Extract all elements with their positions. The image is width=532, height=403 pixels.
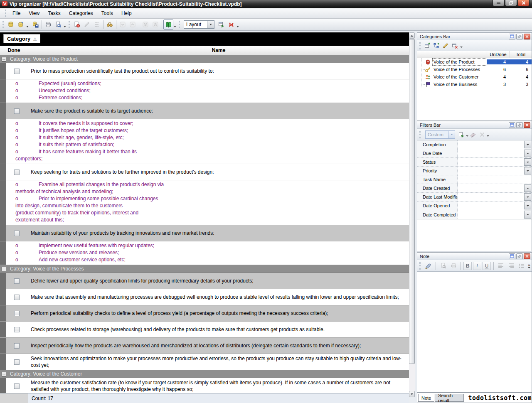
categories-close-button[interactable] — [524, 34, 530, 39]
filters-close-button[interactable] — [524, 122, 530, 128]
minimize-button[interactable] — [493, 0, 505, 6]
filters-toolbar-grip[interactable] — [419, 131, 421, 138]
apply-filter-button[interactable] — [457, 130, 466, 139]
category-group-row[interactable]: Category: Voice of the Customer — [0, 370, 409, 378]
filter-value[interactable] — [458, 149, 524, 157]
category-group-row[interactable]: Category: Voice of the Product — [0, 55, 409, 63]
filters-maximize-button[interactable] — [509, 122, 515, 128]
edit-category-button[interactable] — [441, 41, 450, 50]
toolbar-grip-1[interactable] — [2, 21, 4, 28]
toolbar-grip-2[interactable] — [69, 21, 70, 28]
bullet-list-button[interactable] — [517, 261, 526, 270]
task-row[interactable]: Seek innovations and optimization to mak… — [0, 354, 409, 370]
find-button[interactable] — [105, 20, 115, 29]
move-down-button[interactable] — [118, 20, 128, 29]
task-checkbox[interactable] — [14, 343, 20, 349]
add-subcategory-button[interactable] — [432, 41, 441, 50]
layout-combobox[interactable]: Layout — [184, 20, 214, 29]
task-row[interactable]: Make sure that assembly and manufacturin… — [0, 289, 409, 305]
note-toolbar-overflow[interactable]: » — [528, 263, 530, 268]
tab-note[interactable]: Note — [418, 394, 434, 402]
edit-task-button[interactable] — [82, 20, 92, 29]
filter-dropdown-button[interactable] — [524, 167, 531, 174]
filter-dropdown-button[interactable] — [524, 150, 531, 157]
column-header-done[interactable]: Done — [0, 46, 28, 55]
note-toolbar-grip[interactable] — [419, 262, 421, 270]
filter-preset-dropdown[interactable] — [448, 131, 455, 138]
menu-help[interactable]: Help — [117, 9, 136, 17]
filter-value[interactable] — [458, 210, 524, 219]
collapse-icon[interactable] — [2, 372, 6, 376]
new-database-button[interactable] — [6, 20, 16, 29]
task-checkbox[interactable] — [14, 231, 20, 236]
note-text-area[interactable] — [417, 272, 532, 392]
categories-toolbar-caret[interactable] — [460, 47, 463, 48]
task-row[interactable]: Maintain suitability of your products by… — [0, 225, 409, 241]
move-bottom-button[interactable] — [140, 20, 150, 29]
open-database-caret[interactable] — [26, 26, 29, 27]
category-row[interactable]: Voice of the Business33 — [417, 81, 532, 88]
filter-dropdown-button[interactable] — [524, 141, 531, 148]
save-database-button[interactable] — [30, 20, 40, 29]
filter-dropdown-button[interactable] — [524, 211, 531, 219]
clear-filter-button[interactable] — [468, 130, 478, 139]
scroll-up-button[interactable] — [409, 32, 415, 39]
layout-combobox-dropdown[interactable] — [207, 21, 214, 28]
category-row[interactable]: Voice of the Processes66 — [417, 66, 532, 73]
categories-maximize-button[interactable] — [509, 34, 515, 39]
menubar-grip[interactable] — [5, 10, 6, 17]
scrollbar-thumb[interactable] — [409, 39, 415, 364]
category-name[interactable]: Voice of the Processes — [433, 66, 487, 73]
underline-button[interactable]: U — [483, 262, 491, 270]
task-row[interactable]: Perform periodical suitability checks to… — [0, 305, 409, 322]
apply-layout-button[interactable] — [216, 20, 226, 29]
categories-pin-button[interactable] — [516, 34, 523, 39]
note-close-button[interactable] — [524, 253, 530, 259]
italic-button[interactable]: I — [473, 262, 481, 270]
filter-value[interactable] — [458, 158, 524, 166]
print-button[interactable] — [43, 20, 53, 29]
filter-value[interactable] — [458, 184, 524, 192]
menu-file[interactable]: File — [8, 9, 25, 17]
task-checkbox[interactable] — [14, 295, 20, 300]
notes-toggle-button[interactable] — [163, 20, 173, 29]
open-database-button[interactable] — [16, 20, 26, 29]
category-name[interactable]: Voice of the Customer — [433, 74, 487, 80]
note-pin-button[interactable] — [516, 253, 523, 259]
task-checkbox[interactable] — [14, 108, 20, 114]
note-preview-button[interactable] — [438, 261, 448, 270]
menu-categories[interactable]: Categories — [65, 9, 97, 17]
category-row[interactable]: Voice of the Product44 — [417, 58, 532, 66]
toolbar-grip-3[interactable] — [179, 21, 180, 28]
task-checkbox[interactable] — [14, 383, 20, 389]
menu-tools[interactable]: Tools — [97, 9, 117, 17]
filter-preset-combobox[interactable]: Custom — [425, 130, 455, 139]
scroll-down-button[interactable] — [409, 391, 415, 397]
task-checkbox[interactable] — [14, 311, 20, 316]
column-header-name[interactable]: Name — [28, 46, 409, 55]
delete-task-button[interactable] — [92, 20, 102, 29]
delete-filter-button[interactable] — [478, 130, 487, 139]
categories-total-column[interactable]: Total — [509, 51, 532, 58]
add-category-button[interactable] — [423, 41, 432, 50]
task-row[interactable]: Define lower and upper quality specifica… — [0, 273, 409, 289]
task-row[interactable]: Prior to mass production scientifically … — [0, 63, 409, 79]
new-task-button[interactable] — [72, 20, 82, 29]
tab-search-result[interactable]: Search result — [435, 394, 463, 402]
category-row[interactable]: Voice of the Customer44 — [417, 73, 532, 81]
task-checkbox[interactable] — [14, 170, 20, 175]
task-row[interactable]: Keep seeking for traits and solutions to… — [0, 164, 409, 180]
category-name[interactable]: Voice of the Business — [433, 81, 487, 88]
filters-toolbar-caret[interactable] — [487, 135, 489, 137]
filter-dropdown-button[interactable] — [524, 184, 531, 192]
task-checkbox[interactable] — [14, 359, 20, 365]
filter-value[interactable] — [458, 193, 524, 201]
collapse-icon[interactable] — [2, 267, 6, 271]
move-top-button[interactable] — [150, 20, 160, 29]
task-row[interactable]: Measure the customer satisfaction rate (… — [0, 378, 409, 393]
print-preview-button[interactable] — [53, 20, 63, 29]
notes-caret[interactable] — [174, 26, 176, 27]
task-row[interactable]: Check processes related to storage (ware… — [0, 322, 409, 338]
filters-pin-button[interactable] — [516, 122, 523, 128]
note-print-button[interactable] — [449, 261, 458, 270]
